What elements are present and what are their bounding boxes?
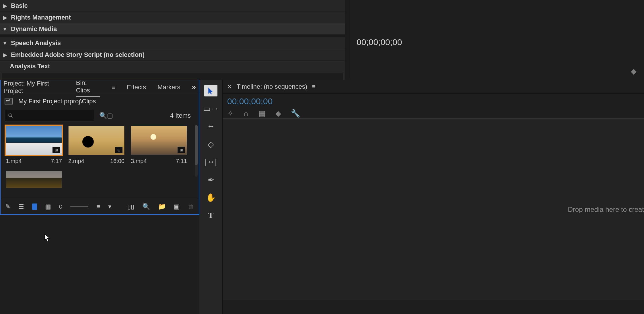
project-search-row: 🔍▢ 4 Items <box>1 108 199 123</box>
icon-view-icon[interactable] <box>32 203 37 210</box>
clip-thumbnail[interactable]: ⊞ <box>131 126 187 155</box>
search-input[interactable] <box>5 110 94 121</box>
clip-name: 3.mp4 <box>131 158 147 164</box>
hand-tool[interactable]: ✋ <box>204 192 217 203</box>
zoom-slider-handle[interactable] <box>59 205 62 209</box>
insert-mode-icon[interactable]: ✧ <box>227 109 234 118</box>
clip-thumbnail[interactable] <box>6 171 62 188</box>
project-breadcrumb: My First Project.prproj\Clips <box>1 94 199 108</box>
clip-item[interactable] <box>6 171 62 188</box>
find-in-bin-icon[interactable]: 🔍▢ <box>99 112 113 119</box>
item-count: 4 Items <box>170 112 195 119</box>
project-panel-tabs: Project: My First Project Bin: Clips ≡ E… <box>1 80 199 94</box>
tools-panel: ▭→ ↔ ◇ |↔| ✒ ✋ T <box>199 80 222 314</box>
automate-to-seq-icon[interactable]: ▯▯ <box>127 203 134 210</box>
speech-analysis-label: Speech Analysis <box>11 39 61 47</box>
ripple-edit-tool[interactable]: ↔ <box>204 121 217 132</box>
clear-trash-icon[interactable]: 🗑 <box>188 203 194 210</box>
metadata-rights-label: Rights Management <box>11 14 71 21</box>
program-timecode[interactable]: 00;00;00;00 <box>357 37 402 47</box>
metadata-category-basic[interactable]: ▶ Basic <box>0 0 345 11</box>
video-audio-icon: ⊞ <box>178 147 185 153</box>
timeline-timecode[interactable]: 00;00;00;00 <box>227 96 639 106</box>
chevron-down-icon: ▾ <box>2 40 8 46</box>
linked-selection-icon[interactable]: ▤ <box>258 109 266 118</box>
embedded-script-row[interactable]: ▶ Embedded Adobe Story Script (no select… <box>0 49 345 60</box>
panel-menu-icon[interactable]: ≡ <box>112 84 115 91</box>
metadata-category-dynamic[interactable]: ▾ Dynamic Media <box>0 23 345 34</box>
bin-scrollbar[interactable] <box>195 125 198 177</box>
sort-icon[interactable]: ≡ <box>96 203 100 210</box>
video-audio-icon: ⊞ <box>115 147 122 153</box>
breadcrumb-path: My First Project.prproj\Clips <box>18 98 96 105</box>
clip-duration: 7:17 <box>51 158 62 164</box>
clip-item[interactable]: ⊞ 2.mp4 16:00 <box>68 126 124 164</box>
embedded-script-label: Embedded Adobe Story Script (no selectio… <box>11 51 145 59</box>
timeline-header: 00;00;00;00 ✧ ∩ ▤ ◆ 🔧 <box>223 94 644 118</box>
clip-item[interactable]: ⊞ 3.mp4 7:11 <box>131 126 187 164</box>
chevron-right-icon: ▶ <box>2 2 8 9</box>
timeline-settings-icon[interactable]: 🔧 <box>291 109 300 118</box>
edit-pencil-icon[interactable]: ✎ <box>5 203 10 210</box>
video-audio-icon: ⊞ <box>52 147 60 153</box>
metadata-basic-label: Basic <box>11 2 28 9</box>
metadata-category-rights[interactable]: ▶ Rights Management <box>0 11 345 23</box>
chevron-right-icon: ▶ <box>2 14 8 21</box>
marker-icon[interactable]: ◆ <box>631 67 637 76</box>
new-bin-icon[interactable]: 📁 <box>158 203 166 210</box>
tab-effects[interactable]: Effects <box>127 81 146 93</box>
new-item-icon[interactable]: ▣ <box>174 203 180 210</box>
timeline-bottom-bar <box>223 300 644 314</box>
add-marker-icon[interactable]: ◆ <box>275 109 281 118</box>
timeline-drop-area[interactable]: Drop media here to creat <box>223 119 644 300</box>
program-monitor: 00;00;00;00 ◆ <box>350 0 644 80</box>
tab-markers[interactable]: Markers <box>157 81 180 93</box>
navigate-up-icon[interactable] <box>5 98 13 104</box>
clip-name: 1.mp4 <box>6 158 22 164</box>
chevron-down-icon: ▾ <box>2 26 8 32</box>
timeline-title[interactable]: Timeline: (no sequences) <box>237 83 307 90</box>
analysis-text-row: Analysis Text <box>0 60 345 72</box>
clip-item[interactable]: ⊞ 1.mp4 7:17 <box>6 126 62 164</box>
find-icon[interactable]: 🔍 <box>142 203 150 210</box>
timeline-panel: ✕ Timeline: (no sequences) ≡ 00;00;00;00… <box>222 80 644 314</box>
clip-thumbnail[interactable]: ⊞ <box>68 126 124 155</box>
analysis-text-label: Analysis Text <box>10 63 50 70</box>
project-bottom-toolbar: ✎ ☰ ▥ ≡ ▾ ▯▯ 🔍 📁 ▣ 🗑 <box>1 199 199 214</box>
bin-clip-grid: ⊞ 1.mp4 7:17 ⊞ 2.mp4 16:00 <box>1 123 199 199</box>
timeline-drop-hint: Drop media here to creat <box>568 206 644 214</box>
zoom-slider-track[interactable] <box>70 206 88 207</box>
timeline-tabs: ✕ Timeline: (no sequences) ≡ <box>223 80 644 94</box>
panel-menu-icon[interactable]: ≡ <box>312 83 316 90</box>
clip-name: 2.mp4 <box>68 158 84 164</box>
sort-dropdown-icon[interactable]: ▾ <box>108 203 111 210</box>
metadata-dynamic-label: Dynamic Media <box>11 25 57 33</box>
snap-icon[interactable]: ∩ <box>243 109 249 118</box>
clip-thumbnail[interactable]: ⊞ <box>6 126 62 155</box>
project-panel: Project: My First Project Bin: Clips ≡ E… <box>0 80 199 215</box>
search-icon <box>8 113 13 119</box>
clip-duration: 7:11 <box>176 158 187 164</box>
selection-tool[interactable] <box>204 85 217 96</box>
slip-tool[interactable]: |↔| <box>204 156 217 168</box>
clip-duration: 16:00 <box>110 158 124 164</box>
speech-analysis-header[interactable]: ▾ Speech Analysis <box>0 37 345 49</box>
type-tool[interactable]: T <box>204 210 217 221</box>
list-view-icon[interactable]: ☰ <box>18 203 24 210</box>
razor-tool[interactable]: ◇ <box>204 138 217 150</box>
tabs-overflow-icon[interactable]: » <box>192 83 196 92</box>
scrollbar-handle[interactable] <box>195 125 198 165</box>
track-select-tool[interactable]: ▭→ <box>204 103 217 114</box>
mouse-cursor-icon <box>44 234 50 242</box>
freeform-view-icon[interactable]: ▥ <box>45 203 51 210</box>
panel-divider <box>0 34 345 37</box>
chevron-right-icon: ▶ <box>2 51 8 58</box>
close-tab-icon[interactable]: ✕ <box>227 83 232 90</box>
pen-tool[interactable]: ✒ <box>204 174 217 185</box>
